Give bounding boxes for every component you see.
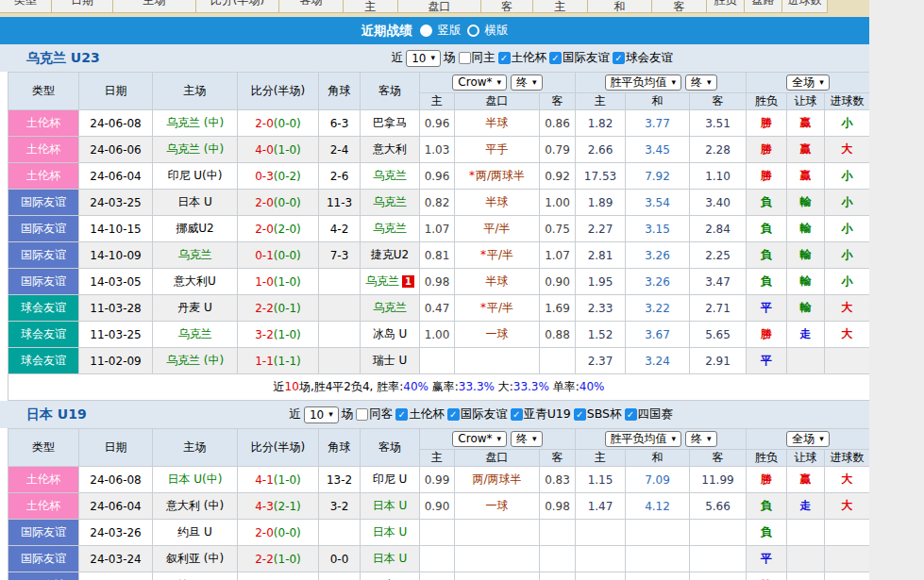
- fulltime-score: 4-3: [255, 500, 274, 513]
- scope-select[interactable]: 全场▾: [786, 75, 830, 91]
- date-cell: 24-03-25: [79, 190, 153, 216]
- partial-column-header: 客: [652, 0, 707, 13]
- home-team-name: 乌克兰: [178, 327, 212, 340]
- odds-time-select[interactable]: 终▾: [511, 75, 543, 91]
- handicap-line: 平/半: [487, 301, 513, 314]
- odds-win: [576, 520, 626, 546]
- home-team-name: 意大利 (中): [166, 499, 224, 512]
- column-header: 比分(半场): [238, 73, 319, 110]
- handicap-result-cell: 贏: [787, 137, 825, 163]
- chevron-down-icon: ▾: [707, 78, 712, 87]
- handicap-away-odds: [540, 348, 576, 374]
- league-cell: 球会友谊: [8, 295, 79, 322]
- league-filter-checkbox[interactable]: ✓国际友谊: [549, 50, 610, 66]
- odds-lose: 1.10: [690, 163, 747, 190]
- handicap-result-cell: 輸: [787, 216, 825, 242]
- checkbox-checked-icon: ✓: [613, 52, 625, 64]
- odds-source-select[interactable]: Crow*▾: [452, 431, 507, 447]
- column-header: 角球: [319, 429, 361, 467]
- handicap-line-cell: 一球: [455, 493, 540, 520]
- league-filter-checkbox[interactable]: ✓SBS杯: [574, 406, 622, 423]
- corner-cell: 13-2: [319, 467, 361, 493]
- scope-select[interactable]: 全场▾: [786, 431, 830, 447]
- away-team-name: 巴拿马: [373, 116, 407, 129]
- partial-column-header: 主: [344, 0, 398, 13]
- partial-column-header: 和: [588, 0, 652, 13]
- league-filter-checkbox[interactable]: ✓亚青U19: [511, 406, 571, 423]
- column-header: 角球: [319, 73, 361, 110]
- recent-count-select[interactable]: 10▾: [406, 50, 441, 67]
- handicap-result-cell: [787, 546, 825, 572]
- same-venue-checkbox[interactable]: 同客: [356, 406, 393, 423]
- column-subheader: 客: [690, 450, 747, 467]
- fulltime-score: 4-1: [255, 473, 274, 487]
- handicap-home-odds: 0.82: [420, 190, 455, 216]
- odds-draw: 3.24: [626, 348, 690, 374]
- league-filter-checkbox[interactable]: ✓球会友谊: [613, 50, 673, 66]
- odds-lose: 3.51: [690, 110, 747, 137]
- home-team-name: 日本 U: [177, 195, 212, 208]
- odds-win: 2.27: [576, 216, 626, 242]
- handicap-line: 半球: [486, 195, 509, 208]
- partial-column-label: 和: [588, 0, 651, 13]
- goals-result-cell: [825, 546, 869, 572]
- avg-odds-select[interactable]: 胜平负均值▾: [605, 431, 682, 447]
- same-venue-checkbox[interactable]: 同主: [459, 50, 496, 66]
- odds-time-select[interactable]: 终▾: [511, 431, 543, 447]
- date-cell: 14-10-09: [79, 242, 153, 269]
- vertical-layout-radio[interactable]: [420, 25, 432, 37]
- date-cell: 11-03-25: [79, 322, 153, 348]
- score-cell: 2-0(2-0): [238, 216, 319, 242]
- corner-cell: 2-4: [319, 137, 361, 163]
- column-subheader: 和: [626, 93, 690, 110]
- checkbox-label: 同客: [369, 406, 393, 423]
- column-subheader: 和: [626, 450, 690, 467]
- away-team-cell: 捷克U2: [361, 242, 420, 269]
- fulltime-score: 2-2: [255, 302, 274, 315]
- checkbox-label: SBS杯: [587, 406, 622, 423]
- result-cell: 平: [747, 546, 787, 572]
- horizontal-layout-radio[interactable]: [467, 25, 479, 37]
- league-filter-checkbox[interactable]: ✓土伦杯: [498, 50, 547, 66]
- away-team-cell: 冰岛 U: [361, 322, 420, 348]
- odds-draw: 3.54: [626, 190, 690, 216]
- partial-column-header: 类型: [0, 0, 52, 13]
- odds-source-controls: Crow*▾终▾: [420, 429, 576, 450]
- avg-time-select[interactable]: 终▾: [685, 431, 717, 447]
- avg-odds-select[interactable]: 胜平负均值▾: [605, 75, 682, 91]
- halftime-score: (1-1): [274, 355, 301, 368]
- handicap-result-cell: 輸: [787, 269, 825, 295]
- table-row: 国际友谊14-03-05意大利U1-0(1-0)乌克兰10.98半球0.901.…: [8, 269, 870, 295]
- handicap-line: 平/半: [487, 248, 513, 261]
- odds-source-select[interactable]: Crow*▾: [452, 75, 507, 91]
- column-subheader: 盘口: [455, 93, 540, 110]
- halftime-score: (0-0): [274, 117, 301, 130]
- previous-table-partial-header: 类型日期主场比分(半场)客场主盘口客主和客胜负盘路进球数: [0, 0, 869, 17]
- away-team-cell: 乌克兰: [361, 163, 420, 190]
- odds-lose: 3.40: [690, 190, 747, 216]
- avg-time-select[interactable]: 终▾: [685, 75, 717, 91]
- recent-count-select[interactable]: 10▾: [304, 406, 339, 423]
- recent-results-banner: 近期战绩 竖版 横版: [0, 17, 869, 44]
- league-cell: 土伦杯: [8, 467, 79, 493]
- partial-column-label: 比分(半场): [196, 0, 278, 8]
- odds-win: 17.53: [576, 163, 626, 190]
- goals-result-cell: 大: [825, 295, 869, 322]
- date-cell: 14-03-05: [79, 269, 153, 295]
- league-filter-checkbox[interactable]: ✓国际友谊: [447, 406, 508, 423]
- handicap-result-cell: [787, 520, 825, 546]
- league-filter-checkbox[interactable]: ✓土伦杯: [395, 406, 445, 423]
- partial-column-label: 客: [652, 0, 706, 13]
- goals-result-cell: 大: [825, 137, 869, 163]
- corner-cell: [319, 520, 361, 546]
- handicap-home-odds: [420, 348, 455, 374]
- goals-result-cell: 小: [825, 163, 869, 190]
- checkbox-label: 亚青U19: [524, 406, 571, 423]
- table-row: 土伦杯24-06-04意大利 (中)4-3(2-1)3-2日本 U0.90一球0…: [8, 493, 870, 520]
- handicap-away-odds: 1.07: [540, 242, 576, 269]
- handicap-home-odds: 0.81: [420, 242, 455, 269]
- table-row: 球会友谊11-03-28丹麦 U2-2(0-1)乌克兰0.47*平/半1.692…: [8, 295, 870, 322]
- goals-result-cell: 小: [825, 110, 869, 137]
- league-filter-checkbox[interactable]: ✓四国赛: [625, 406, 674, 423]
- home-team-name: 乌克兰 (中): [166, 142, 224, 156]
